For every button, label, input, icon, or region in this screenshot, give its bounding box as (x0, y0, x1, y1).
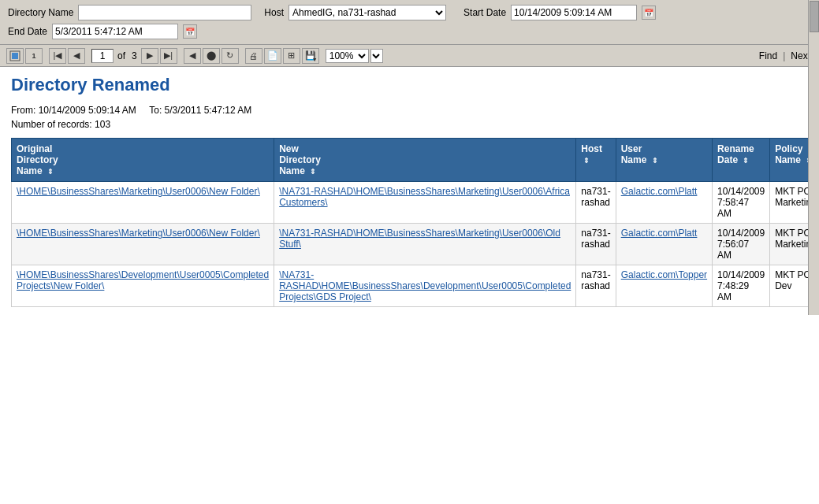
table-header-row: OriginalDirectoryName ⇕ NewDirectoryName… (12, 139, 820, 182)
to-date: 5/3/2011 5:47:12 AM (165, 105, 252, 116)
zoom-select[interactable]: 100% (326, 49, 369, 63)
report-toolbar: 1 |◀ ◀ of 3 ▶ ▶| ◀ ⬤ ↻ 🖨 📄 ⊞ 💾▼ 100% ▼ F… (0, 45, 819, 67)
user-name-cell[interactable]: Galactic.com\Platt (616, 182, 712, 224)
link[interactable]: Galactic.com\Platt (621, 228, 698, 239)
original-dir-cell[interactable]: \HOME\BusinessShares\Marketing\User0006\… (12, 182, 274, 224)
find-area: Find | Next (757, 50, 813, 61)
last-page-button[interactable]: ▶| (160, 48, 177, 64)
col-host: Host ⇕ (576, 139, 616, 182)
table-body: \HOME\BusinessShares\Marketing\User0006\… (12, 182, 820, 307)
report-date-range: From: 10/14/2009 5:09:14 AM To: 5/3/2011… (11, 105, 808, 116)
sort-icon-new: ⇕ (310, 168, 316, 176)
link[interactable]: \HOME\BusinessShares\Marketing\User0006\… (17, 228, 260, 239)
start-date-calendar-button[interactable]: 📅 (642, 6, 656, 20)
col-new-directory: NewDirectoryName ⇕ (274, 139, 576, 182)
from-date: 10/14/2009 5:09:14 AM (39, 105, 136, 116)
original-dir-cell[interactable]: \HOME\BusinessShares\Marketing\User0006\… (12, 224, 274, 265)
scrollbar-thumb[interactable] (810, 1, 819, 32)
rename-date-cell: 10/14/2009 7:58:47 AM (713, 182, 770, 224)
new-dir-cell[interactable]: \NA731-RASHAD\HOME\BusinessShares\Market… (274, 224, 576, 265)
new-dir-cell[interactable]: \NA731-RASHAD\HOME\BusinessShares\Market… (274, 182, 576, 224)
prev-page-button[interactable]: ◀ (68, 48, 85, 64)
table-row: \HOME\BusinessShares\Marketing\User0006\… (12, 182, 820, 224)
rename-date-cell: 10/14/2009 7:56:07 AM (713, 224, 770, 265)
col-rename-date: RenameDate ⇕ (713, 139, 770, 182)
scrollbar-track[interactable] (808, 0, 819, 315)
save-button[interactable]: 💾▼ (302, 48, 319, 64)
host-cell: na731-rashad (576, 265, 616, 307)
records-count-line: Number of records: 103 (11, 119, 808, 130)
toggle-view-button[interactable] (6, 48, 24, 64)
directory-name-row: Directory Name (8, 5, 251, 20)
export-button[interactable]: 📄 (264, 48, 281, 64)
records-value: 103 (95, 119, 110, 130)
end-date-row: End Date 📅 (8, 24, 197, 39)
directory-name-input[interactable] (78, 5, 251, 20)
toggle-view-icon (9, 50, 20, 61)
new-dir-cell[interactable]: \NA731-RASHAD\HOME\BusinessShares\Develo… (274, 265, 576, 307)
layout-button[interactable]: ⊞ (283, 48, 300, 64)
sort-icon-host: ⇕ (583, 157, 590, 165)
app-container: Directory Name Host AhmedIG, na731-rasha… (0, 0, 819, 315)
host-label: Host (264, 7, 284, 18)
from-label: From: (11, 105, 35, 116)
svg-rect-1 (12, 53, 18, 59)
start-date-label: Start Date (463, 7, 506, 18)
host-cell: na731-rashad (576, 224, 616, 265)
link[interactable]: \NA731-RASHAD\HOME\BusinessShares\Market… (279, 186, 570, 208)
first-page-button[interactable]: |◀ (49, 48, 66, 64)
end-date-input[interactable] (52, 24, 178, 39)
start-date-input[interactable] (511, 5, 637, 20)
end-date-label: End Date (8, 26, 47, 37)
back-button[interactable]: ◀ (184, 48, 201, 64)
page-total: 3 (132, 50, 137, 61)
start-date-row: Start Date 📅 (463, 5, 656, 20)
next-page-button[interactable]: ▶ (141, 48, 158, 64)
table-row: \HOME\BusinessShares\Marketing\User0006\… (12, 224, 820, 265)
link[interactable]: \NA731-RASHAD\HOME\BusinessShares\Develo… (279, 269, 571, 302)
filter-bar: Directory Name Host AhmedIG, na731-rasha… (0, 0, 819, 45)
results-table: OriginalDirectoryName ⇕ NewDirectoryName… (11, 138, 819, 307)
host-cell: na731-rashad (576, 182, 616, 224)
link[interactable]: Galactic.com\Topper (621, 269, 707, 280)
page-number-input[interactable] (91, 49, 114, 63)
col-user-name: UserName ⇕ (616, 139, 712, 182)
original-dir-cell[interactable]: \HOME\BusinessShares\Development\User000… (12, 265, 274, 307)
find-label: Find (759, 50, 777, 61)
sort-icon-original: ⇕ (47, 168, 54, 176)
table-row: \HOME\BusinessShares\Development\User000… (12, 265, 820, 307)
end-date-calendar-button[interactable]: 📅 (183, 24, 197, 39)
sort-icon-rename: ⇕ (743, 157, 749, 165)
stop-button[interactable]: ⬤ (203, 48, 220, 64)
to-label: To: (149, 105, 162, 116)
link[interactable]: \NA731-RASHAD\HOME\BusinessShares\Market… (279, 228, 560, 250)
link[interactable]: \HOME\BusinessShares\Development\User000… (17, 269, 269, 291)
page-of-label: of (117, 50, 125, 61)
user-name-cell[interactable]: Galactic.com\Topper (616, 265, 712, 307)
print-button[interactable]: 🖨 (245, 48, 262, 64)
host-select[interactable]: AhmedIG, na731-rashad (289, 5, 446, 20)
find-separator: | (783, 50, 785, 61)
zoom-dropdown[interactable]: ▼ (370, 49, 383, 63)
sort-icon-user: ⇕ (652, 157, 658, 165)
directory-name-label: Directory Name (8, 7, 73, 18)
report-content: Directory Renamed From: 10/14/2009 5:09:… (0, 67, 819, 315)
page-image-button[interactable]: 1 (25, 48, 43, 64)
col-original-directory: OriginalDirectoryName ⇕ (12, 139, 274, 182)
refresh-button[interactable]: ↻ (222, 48, 239, 64)
link[interactable]: \HOME\BusinessShares\Marketing\User0006\… (17, 186, 260, 197)
report-title: Directory Renamed (11, 75, 808, 95)
records-label: Number of records: (11, 119, 92, 130)
rename-date-cell: 10/14/2009 7:48:29 AM (713, 265, 770, 307)
host-row: Host AhmedIG, na731-rashad (264, 5, 451, 20)
link[interactable]: Galactic.com\Platt (621, 186, 698, 197)
user-name-cell[interactable]: Galactic.com\Platt (616, 224, 712, 265)
